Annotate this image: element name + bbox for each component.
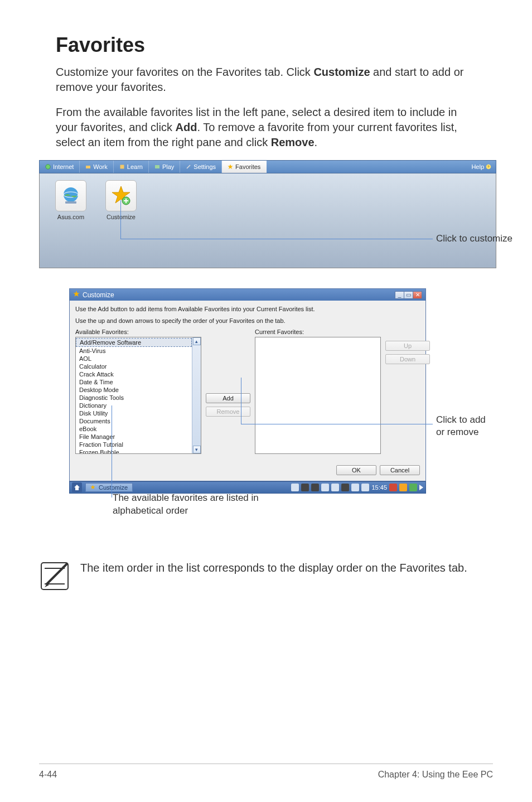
text: Customize your favorites on the Favorite…	[56, 66, 313, 78]
list-item[interactable]: Disk Utility	[76, 409, 192, 417]
callout-line	[241, 378, 433, 424]
tab-internet[interactable]: Internet	[40, 161, 80, 173]
tray-icon[interactable]	[399, 484, 407, 491]
list-item[interactable]: File Manager	[76, 433, 192, 441]
up-button[interactable]: Up	[385, 341, 430, 351]
list-item[interactable]: Diagnostic Tools	[76, 394, 192, 402]
remove-bold: Remove	[271, 136, 315, 148]
scroll-down-icon[interactable]: ▾	[193, 446, 201, 453]
list-item[interactable]: Fraction Tutorial	[76, 441, 192, 448]
svg-marker-15	[90, 485, 95, 489]
intro-para-1: Customize your favorites on the Favorite…	[56, 65, 476, 95]
available-label: Available Favorites:	[75, 328, 201, 335]
list-item[interactable]: AOL	[76, 355, 192, 363]
help-icon: ?	[486, 164, 491, 170]
tray-icon[interactable]	[321, 484, 329, 491]
book-icon	[119, 164, 125, 170]
list-item[interactable]: Desktop Mode	[76, 386, 192, 394]
main-tab-bar: Internet Work Learn Play	[39, 160, 496, 173]
scrollbar[interactable]: ▴ ▾	[192, 337, 201, 453]
close-button[interactable]: ✕	[413, 291, 422, 299]
dialog-instruction-2: Use the up and down arrows to specify th…	[75, 317, 420, 325]
play-icon	[154, 164, 160, 170]
available-list: Add/Remove Software Anti-Virus AOL Calcu…	[76, 337, 192, 454]
list-item[interactable]: eBook	[76, 425, 192, 433]
chapter-label: Chapter 4: Using the Eee PC	[378, 770, 493, 780]
svg-marker-4	[228, 165, 233, 170]
list-item[interactable]: Crack Attack	[76, 370, 192, 378]
tray-icon[interactable]	[301, 484, 309, 491]
star-icon	[73, 291, 80, 299]
text: .	[315, 136, 318, 148]
taskbar-app-label: Customize	[99, 484, 128, 491]
dialog-titlebar: Customize _ ▭ ✕	[70, 289, 425, 301]
page-footer: 4-44 Chapter 4: Using the Eee PC	[39, 764, 493, 780]
svg-rect-2	[120, 165, 124, 169]
intro-para-2: From the available favorites list in the…	[56, 105, 476, 150]
desktop-icon-asus[interactable]: Asus.com	[51, 180, 91, 220]
tray-icon[interactable]	[389, 484, 397, 491]
tab-label: Settings	[194, 163, 216, 170]
ok-button[interactable]: OK	[336, 465, 376, 475]
list-item[interactable]: Date & Time	[76, 378, 192, 386]
icon-label: Asus.com	[51, 214, 91, 220]
note-block: The item order in the list corresponds t…	[39, 561, 476, 592]
system-tray: 15:45	[291, 484, 423, 491]
screenshot-area: Internet Work Learn Play	[39, 160, 496, 494]
list-item[interactable]: Anti-Virus	[76, 347, 192, 355]
note-text: The item order in the list corresponds t…	[80, 561, 467, 576]
callout-customize-label: Click to customize	[436, 233, 512, 244]
cancel-button[interactable]: Cancel	[380, 465, 420, 475]
tab-learn[interactable]: Learn	[114, 161, 149, 173]
tab-work[interactable]: Work	[80, 161, 113, 173]
list-item[interactable]: Dictionary	[76, 402, 192, 409]
window-buttons: _ ▭ ✕	[395, 291, 422, 299]
note-icon	[39, 561, 70, 592]
available-listbox[interactable]: Add/Remove Software Anti-Virus AOL Calcu…	[75, 337, 201, 454]
tab-settings[interactable]: Settings	[180, 161, 222, 173]
down-button[interactable]: Down	[385, 354, 430, 364]
svg-rect-1	[86, 166, 90, 168]
callout-add-remove-label: Click to add or remove	[436, 414, 496, 438]
keyboard-icon[interactable]	[351, 484, 359, 491]
maximize-button[interactable]: ▭	[404, 291, 413, 299]
svg-marker-14	[74, 291, 80, 297]
dialog-footer: OK Cancel	[70, 460, 425, 481]
list-item[interactable]: Frozen Bubble	[76, 448, 192, 454]
volume-icon[interactable]	[341, 484, 349, 491]
scroll-up-icon[interactable]: ▴	[193, 337, 201, 345]
current-label: Current Favorites:	[255, 328, 381, 335]
taskbar-left: Customize	[72, 482, 133, 492]
page-heading: Favorites	[56, 33, 476, 57]
tray-icon[interactable]	[311, 484, 319, 491]
star-icon	[90, 484, 97, 491]
tray-icon[interactable]	[291, 484, 299, 491]
tab-help[interactable]: Help ?	[467, 161, 496, 173]
tab-label: Work	[93, 163, 107, 170]
wrench-icon	[186, 164, 191, 170]
tab-label: Favorites	[235, 163, 260, 170]
chevron-right-icon[interactable]	[419, 485, 423, 490]
home-icon[interactable]	[72, 482, 82, 492]
tab-label: Help	[471, 163, 484, 170]
svg-point-0	[46, 165, 50, 169]
star-icon	[228, 164, 233, 170]
list-item[interactable]: Documents	[76, 417, 192, 425]
tab-label: Learn	[127, 163, 143, 170]
tray-clock: 15:45	[371, 484, 387, 491]
dialog-title: Customize	[83, 291, 114, 299]
list-item[interactable]: Calculator	[76, 363, 192, 370]
tray-icon[interactable]	[331, 484, 339, 491]
list-item[interactable]: Add/Remove Software	[76, 338, 192, 347]
tray-icon[interactable]	[409, 484, 417, 491]
tab-favorites[interactable]: Favorites	[222, 161, 267, 173]
tab-play[interactable]: Play	[149, 161, 180, 173]
taskbar-app-button[interactable]: Customize	[85, 483, 133, 492]
add-bold: Add	[176, 121, 197, 133]
asus-globe-icon	[55, 180, 86, 211]
tab-label: Play	[162, 163, 174, 170]
tray-icon[interactable]	[361, 484, 369, 491]
minimize-button[interactable]: _	[395, 291, 404, 299]
customize-bold: Customize	[313, 66, 370, 78]
globe-icon	[45, 164, 51, 170]
